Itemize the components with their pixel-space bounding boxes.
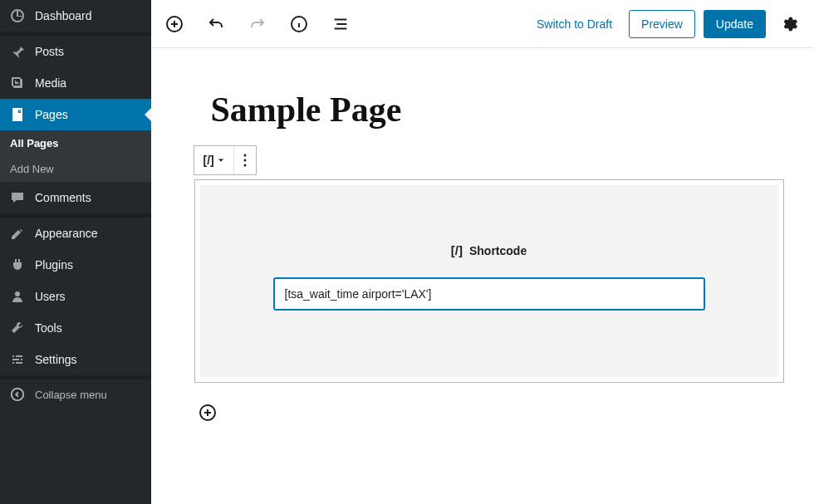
sidebar-item-label: Settings (35, 353, 77, 366)
editor-canvas: Sample Page [/] [/] Shortcode (194, 77, 784, 426)
update-button[interactable]: Update (704, 10, 766, 38)
sidebar-item-dashboard[interactable]: Dashboard (0, 0, 151, 32)
preview-button[interactable]: Preview (629, 10, 695, 38)
svg-point-1 (15, 291, 20, 296)
sidebar-item-label: Media (35, 76, 66, 90)
svg-point-6 (243, 159, 246, 162)
sidebar-item-appearance[interactable]: Appearance (0, 218, 151, 249)
settings-button[interactable] (774, 9, 804, 39)
editor-main: Switch to Draft Preview Update Sample Pa… (151, 0, 814, 504)
topbar-left (161, 11, 354, 37)
submenu-all-pages[interactable]: All Pages (0, 130, 151, 156)
switch-to-draft-button[interactable]: Switch to Draft (528, 11, 620, 37)
sidebar-item-label: Users (35, 290, 66, 303)
page-title[interactable]: Sample Page (194, 77, 784, 146)
sidebar-item-label: Tools (35, 321, 62, 335)
sidebar-item-users[interactable]: Users (0, 281, 151, 312)
comments-icon (8, 189, 27, 206)
media-icon (8, 75, 27, 91)
svg-point-7 (243, 164, 246, 167)
info-button[interactable] (286, 11, 312, 37)
add-block-footer (194, 399, 784, 426)
dashboard-icon (8, 7, 27, 24)
sidebar-item-label: Pages (35, 108, 68, 121)
block-body: [/] Shortcode (200, 185, 778, 377)
sidebar-item-plugins[interactable]: Plugins (0, 249, 151, 281)
submenu-add-new[interactable]: Add New (0, 156, 151, 182)
sidebar-item-settings[interactable]: Settings (0, 344, 151, 375)
sidebar-item-label: Appearance (35, 227, 98, 240)
sidebar-item-comments[interactable]: Comments (0, 182, 151, 213)
sidebar-collapse-label: Collapse menu (35, 389, 107, 401)
sidebar-item-media[interactable]: Media (0, 67, 151, 99)
sidebar-item-posts[interactable]: Posts (0, 36, 151, 67)
pushpin-icon (8, 43, 27, 60)
block-toolbar: [/] (194, 145, 257, 175)
sidebar-item-pages[interactable]: Pages (0, 99, 151, 130)
undo-button[interactable] (203, 11, 229, 37)
block-label: [/] Shortcode (451, 243, 527, 257)
settings-icon (8, 351, 27, 368)
tools-icon (8, 320, 27, 336)
outline-button[interactable] (327, 11, 354, 37)
block-type-button[interactable]: [/] (194, 146, 234, 174)
redo-button[interactable] (244, 11, 271, 37)
sidebar-item-label: Comments (35, 191, 91, 204)
shortcode-icon: [/] (204, 154, 214, 167)
sidebar-item-label: Plugins (35, 258, 73, 272)
sidebar-submenu-pages: All Pages Add New (0, 130, 151, 182)
svg-point-2 (12, 389, 23, 400)
sidebar-collapse[interactable]: Collapse menu (0, 379, 151, 409)
sidebar-item-label: Dashboard (35, 9, 92, 22)
appearance-icon (8, 225, 27, 242)
editor-topbar: Switch to Draft Preview Update (151, 0, 814, 48)
pages-icon (8, 106, 27, 123)
shortcode-block[interactable]: [/] Shortcode (194, 179, 784, 383)
svg-point-5 (243, 154, 246, 157)
block-more-button[interactable] (234, 146, 256, 174)
editor-scroll-area[interactable]: Sample Page [/] [/] Shortcode (151, 48, 814, 504)
admin-sidebar: Dashboard Posts Media Pages All Pages Ad… (0, 0, 151, 504)
sidebar-item-label: Posts (35, 45, 64, 58)
collapse-icon (8, 387, 27, 402)
shortcode-input[interactable] (273, 277, 705, 311)
block-label-text: Shortcode (469, 244, 527, 257)
add-block-button[interactable] (161, 11, 188, 37)
add-block-inline-button[interactable] (194, 399, 221, 426)
users-icon (8, 288, 27, 305)
sidebar-item-tools[interactable]: Tools (0, 312, 151, 344)
topbar-right: Switch to Draft Preview Update (528, 9, 804, 39)
shortcode-icon: [/] (451, 243, 463, 257)
plugins-icon (8, 257, 27, 273)
